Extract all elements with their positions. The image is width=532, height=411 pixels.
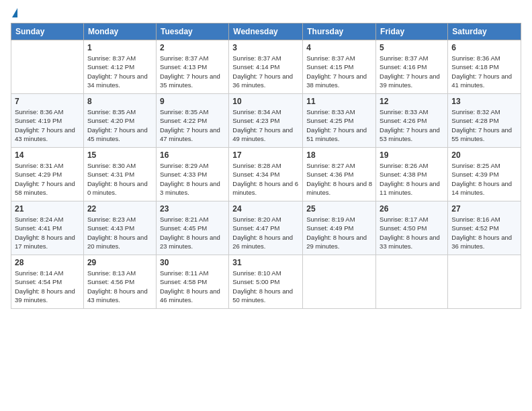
day-number: 13 xyxy=(451,97,517,106)
day-info: Sunrise: 8:37 AMSunset: 4:15 PMDaylight:… xyxy=(306,54,372,89)
calendar-cell: 24Sunrise: 8:20 AMSunset: 4:47 PMDayligh… xyxy=(229,201,303,255)
day-number: 15 xyxy=(87,150,152,160)
calendar-week-row: 14Sunrise: 8:31 AMSunset: 4:29 PMDayligh… xyxy=(11,148,521,201)
calendar-week-row: 7Sunrise: 8:36 AMSunset: 4:19 PMDaylight… xyxy=(11,94,521,148)
day-number: 8 xyxy=(87,97,152,106)
day-number: 2 xyxy=(160,43,225,52)
calendar-cell: 28Sunrise: 8:14 AMSunset: 4:54 PMDayligh… xyxy=(11,255,84,309)
day-info: Sunrise: 8:33 AMSunset: 4:26 PMDaylight:… xyxy=(380,107,444,143)
day-number: 17 xyxy=(232,150,299,160)
day-info: Sunrise: 8:29 AMSunset: 4:33 PMDaylight:… xyxy=(160,161,225,197)
day-number: 20 xyxy=(451,150,517,160)
day-info: Sunrise: 8:26 AMSunset: 4:38 PMDaylight:… xyxy=(380,161,444,197)
calendar-cell: 17Sunrise: 8:28 AMSunset: 4:34 PMDayligh… xyxy=(229,148,303,201)
calendar-header-row: SundayMondayTuesdayWednesdayThursdayFrid… xyxy=(11,24,521,40)
day-number: 3 xyxy=(232,43,299,52)
calendar-cell: 8Sunrise: 8:35 AMSunset: 4:20 PMDaylight… xyxy=(83,94,156,148)
calendar-cell: 19Sunrise: 8:26 AMSunset: 4:38 PMDayligh… xyxy=(376,148,448,201)
day-number: 30 xyxy=(160,258,225,267)
day-info: Sunrise: 8:33 AMSunset: 4:25 PMDaylight:… xyxy=(306,107,372,143)
calendar-cell: 26Sunrise: 8:17 AMSunset: 4:50 PMDayligh… xyxy=(376,201,448,255)
day-number: 27 xyxy=(451,204,517,214)
day-info: Sunrise: 8:37 AMSunset: 4:14 PMDaylight:… xyxy=(232,54,299,89)
day-number: 4 xyxy=(306,43,372,52)
calendar-cell: 10Sunrise: 8:34 AMSunset: 4:23 PMDayligh… xyxy=(229,94,303,148)
calendar-cell: 23Sunrise: 8:21 AMSunset: 4:45 PMDayligh… xyxy=(156,201,228,255)
calendar-cell: 29Sunrise: 8:13 AMSunset: 4:56 PMDayligh… xyxy=(83,255,156,309)
day-info: Sunrise: 8:36 AMSunset: 4:19 PMDaylight:… xyxy=(15,107,80,143)
col-header-monday: Monday xyxy=(83,24,156,40)
calendar-cell: 18Sunrise: 8:27 AMSunset: 4:36 PMDayligh… xyxy=(303,148,376,201)
day-info: Sunrise: 8:35 AMSunset: 4:22 PMDaylight:… xyxy=(160,107,225,143)
calendar-cell: 12Sunrise: 8:33 AMSunset: 4:26 PMDayligh… xyxy=(376,94,448,148)
calendar-week-row: 1Sunrise: 8:37 AMSunset: 4:12 PMDaylight… xyxy=(11,40,521,94)
day-info: Sunrise: 8:24 AMSunset: 4:41 PMDaylight:… xyxy=(15,215,80,250)
day-info: Sunrise: 8:34 AMSunset: 4:23 PMDaylight:… xyxy=(232,107,299,143)
day-number: 28 xyxy=(15,258,80,267)
day-info: Sunrise: 8:21 AMSunset: 4:45 PMDaylight:… xyxy=(160,215,225,250)
day-info: Sunrise: 8:30 AMSunset: 4:31 PMDaylight:… xyxy=(87,161,152,197)
day-info: Sunrise: 8:31 AMSunset: 4:29 PMDaylight:… xyxy=(15,161,80,197)
calendar-cell: 21Sunrise: 8:24 AMSunset: 4:41 PMDayligh… xyxy=(11,201,84,255)
calendar-cell xyxy=(448,255,521,309)
day-info: Sunrise: 8:36 AMSunset: 4:18 PMDaylight:… xyxy=(451,54,517,89)
day-number: 19 xyxy=(380,150,444,160)
calendar-cell xyxy=(303,255,376,309)
day-info: Sunrise: 8:27 AMSunset: 4:36 PMDaylight:… xyxy=(306,161,372,197)
day-number: 23 xyxy=(160,204,225,214)
calendar-cell xyxy=(11,40,84,94)
header xyxy=(11,8,521,17)
day-info: Sunrise: 8:13 AMSunset: 4:56 PMDaylight:… xyxy=(87,269,152,304)
col-header-thursday: Thursday xyxy=(303,24,376,40)
day-number: 18 xyxy=(306,150,372,160)
calendar-cell: 13Sunrise: 8:32 AMSunset: 4:28 PMDayligh… xyxy=(448,94,521,148)
day-info: Sunrise: 8:37 AMSunset: 4:16 PMDaylight:… xyxy=(380,54,444,89)
day-info: Sunrise: 8:32 AMSunset: 4:28 PMDaylight:… xyxy=(451,107,517,143)
calendar-cell: 20Sunrise: 8:25 AMSunset: 4:39 PMDayligh… xyxy=(448,148,521,201)
day-number: 1 xyxy=(87,43,152,52)
day-info: Sunrise: 8:28 AMSunset: 4:34 PMDaylight:… xyxy=(232,161,299,197)
day-number: 21 xyxy=(15,204,80,214)
day-info: Sunrise: 8:17 AMSunset: 4:50 PMDaylight:… xyxy=(380,215,444,250)
calendar-cell: 15Sunrise: 8:30 AMSunset: 4:31 PMDayligh… xyxy=(83,148,156,201)
calendar-week-row: 28Sunrise: 8:14 AMSunset: 4:54 PMDayligh… xyxy=(11,255,521,309)
day-number: 22 xyxy=(87,204,152,214)
calendar-cell: 7Sunrise: 8:36 AMSunset: 4:19 PMDaylight… xyxy=(11,94,84,148)
day-info: Sunrise: 8:20 AMSunset: 4:47 PMDaylight:… xyxy=(232,215,299,250)
calendar-table: SundayMondayTuesdayWednesdayThursdayFrid… xyxy=(11,23,521,309)
day-number: 29 xyxy=(87,258,152,267)
col-header-sunday: Sunday xyxy=(11,24,84,40)
day-number: 11 xyxy=(306,97,372,106)
calendar-cell: 16Sunrise: 8:29 AMSunset: 4:33 PMDayligh… xyxy=(156,148,228,201)
calendar-cell: 14Sunrise: 8:31 AMSunset: 4:29 PMDayligh… xyxy=(11,148,84,201)
calendar-cell xyxy=(376,255,448,309)
calendar-cell: 22Sunrise: 8:23 AMSunset: 4:43 PMDayligh… xyxy=(83,201,156,255)
calendar-cell: 1Sunrise: 8:37 AMSunset: 4:12 PMDaylight… xyxy=(83,40,156,94)
day-info: Sunrise: 8:16 AMSunset: 4:52 PMDaylight:… xyxy=(451,215,517,250)
day-info: Sunrise: 8:11 AMSunset: 4:58 PMDaylight:… xyxy=(160,269,225,304)
col-header-tuesday: Tuesday xyxy=(156,24,228,40)
day-number: 9 xyxy=(160,97,225,106)
day-number: 31 xyxy=(232,258,299,267)
day-info: Sunrise: 8:23 AMSunset: 4:43 PMDaylight:… xyxy=(87,215,152,250)
day-number: 25 xyxy=(306,204,372,214)
calendar-cell: 30Sunrise: 8:11 AMSunset: 4:58 PMDayligh… xyxy=(156,255,228,309)
day-info: Sunrise: 8:25 AMSunset: 4:39 PMDaylight:… xyxy=(451,161,517,197)
day-number: 16 xyxy=(160,150,225,160)
calendar-cell: 4Sunrise: 8:37 AMSunset: 4:15 PMDaylight… xyxy=(303,40,376,94)
day-info: Sunrise: 8:35 AMSunset: 4:20 PMDaylight:… xyxy=(87,107,152,143)
day-number: 26 xyxy=(380,204,444,214)
day-number: 6 xyxy=(451,43,517,52)
calendar-cell: 3Sunrise: 8:37 AMSunset: 4:14 PMDaylight… xyxy=(229,40,303,94)
calendar-cell: 11Sunrise: 8:33 AMSunset: 4:25 PMDayligh… xyxy=(303,94,376,148)
day-number: 12 xyxy=(380,97,444,106)
calendar-cell: 31Sunrise: 8:10 AMSunset: 5:00 PMDayligh… xyxy=(229,255,303,309)
calendar-cell: 6Sunrise: 8:36 AMSunset: 4:18 PMDaylight… xyxy=(448,40,521,94)
calendar-page: SundayMondayTuesdayWednesdayThursdayFrid… xyxy=(0,0,532,316)
calendar-cell: 9Sunrise: 8:35 AMSunset: 4:22 PMDaylight… xyxy=(156,94,228,148)
calendar-cell: 2Sunrise: 8:37 AMSunset: 4:13 PMDaylight… xyxy=(156,40,228,94)
calendar-cell: 5Sunrise: 8:37 AMSunset: 4:16 PMDaylight… xyxy=(376,40,448,94)
day-info: Sunrise: 8:14 AMSunset: 4:54 PMDaylight:… xyxy=(15,269,80,304)
calendar-week-row: 21Sunrise: 8:24 AMSunset: 4:41 PMDayligh… xyxy=(11,201,521,255)
col-header-friday: Friday xyxy=(376,24,448,40)
